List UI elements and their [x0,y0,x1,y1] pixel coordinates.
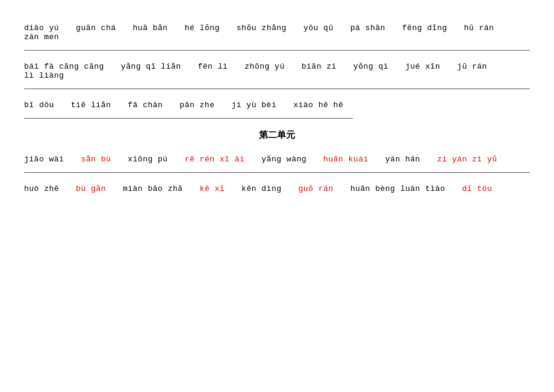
item-guan-cha: guān chá [76,23,116,33]
item-zhong-yu: zhōng yú [244,62,284,71]
item-ke-xi: kě xī [200,184,225,193]
item-yang-wang: yǎng wàng [261,154,307,164]
section-row1: diào yú guān chá huā bǎn hé lǒng shǒu zh… [24,12,530,51]
item-bai-fa: bái fà cāng cāng [24,62,104,71]
divider-3 [24,118,353,119]
page-content: diào yú guān chá huā bǎn hé lǒng shǒu zh… [24,12,530,199]
item-feng-ding: fēng dǐng [402,23,447,33]
section-row4: jiāo wài sǎn bù xiōng pú rě rén xī ài yǎ… [24,143,530,173]
item-fen-li: fèn lì [198,62,228,71]
item-hu-ran: hū rán [464,23,494,33]
item-di-tou: dī tóu [462,184,492,193]
item-li-liang: lì liàng [24,71,64,80]
item-you-qu: yōu qū [303,23,334,33]
row-4: jiāo wài sǎn bù xiōng pú rě rén xī ài yǎ… [24,143,530,170]
item-san-bu: sǎn bù [81,154,111,164]
item-zan-men: zán men [24,33,59,42]
item-yan-han: yán hán [385,155,420,164]
item-zi-yan-zi-yu: zì yán zì yǔ [437,154,497,164]
item-shou-zhang: shǒu zhǎng [237,23,287,33]
item-hua-ban: huā bǎn [133,23,168,33]
item-huan-kuai: huān kuài [323,155,369,164]
section-row2: bái fà cāng cāng yǎng qī liǎn fèn lì zhō… [24,51,530,89]
item-bian-zi: biān zi [302,62,337,71]
item-pan-zhe: pān zhe [179,101,214,110]
row-1: diào yú guān chá huā bǎn hé lǒng shǒu zh… [24,12,530,48]
item-ju-ran: jū rán [457,62,487,71]
item-xiong-pu: xiōng pú [128,155,167,164]
item-huan-beng: huān bèng luàn tiào [350,184,446,193]
item-xiao-he-he: xiào hē hē [293,101,343,110]
item-mian-bao-zha: miàn bāo zhā [123,184,183,193]
item-ken-ding: kěn dìng [241,184,281,193]
item-fa-chan: fā chàn [128,101,163,110]
item-yong-qi: yǒng qì [353,61,388,71]
section-title-2: 第二单元 [24,129,530,141]
item-jiao-wai: jiāo wài [24,155,64,164]
item-he-long: hé lǒng [185,23,220,33]
section-row5: huò zhě bù gǎn miàn bāo zhā kě xī kěn dì… [24,173,530,199]
item-diao-yu: diào yú [24,23,59,33]
row-2: bái fà cāng cāng yǎng qī liǎn fèn lì zhō… [24,51,530,86]
item-huo-zhe: huò zhě [24,184,59,193]
section-row3: bī dōu tiē liǎn fā chàn pān zhe jì yù bè… [24,89,530,119]
item-re-ren-xi-ai: rě rén xī ài [185,155,245,164]
item-bu-gan: bù gǎn [76,184,106,193]
item-yang-qi-lian: yǎng qī liǎn [121,61,181,71]
item-pa-shan: pá shān [350,23,385,33]
item-jue-xin: jué xīn [405,62,440,71]
row-3: bī dōu tiē liǎn fā chàn pān zhe jì yù bè… [24,89,530,116]
item-tie-lian: tiē liǎn [71,100,111,110]
item-ji-yu-bei: jì yù bèi [231,101,276,110]
row-5: huò zhě bù gǎn miàn bāo zhā kě xī kěn dì… [24,173,530,199]
item-guo-ran: guǒ rán [299,184,334,193]
item-bi-dou: bī dōu [24,101,54,110]
